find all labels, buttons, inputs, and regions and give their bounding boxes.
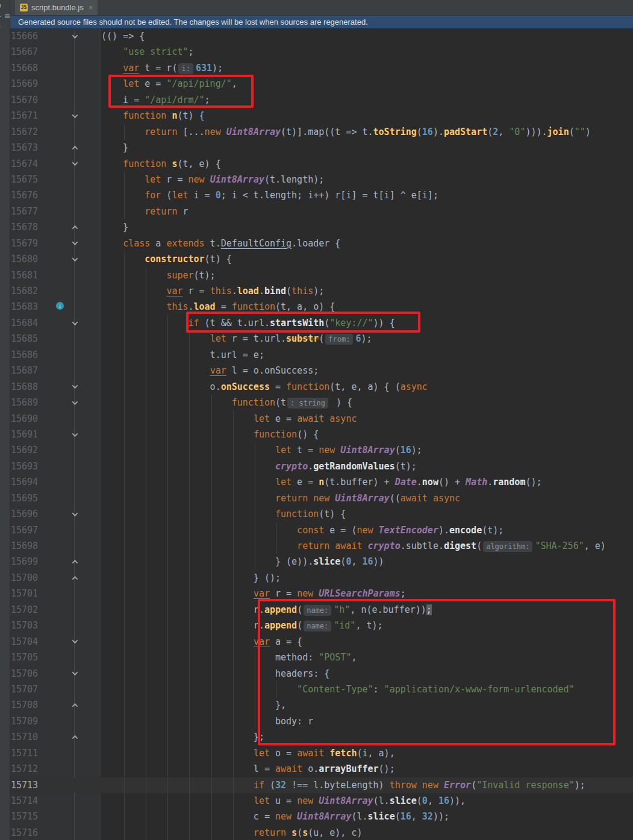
fold-end-icon[interactable] (70, 697, 80, 713)
code-line[interactable]: 15699 } (e)).slice(0, 16)) (10, 554, 633, 569)
line-number[interactable]: 15674 (11, 156, 39, 172)
line-number[interactable]: 15703 (11, 618, 39, 633)
line-number[interactable]: 15679 (11, 236, 39, 251)
line-number[interactable]: 15709 (11, 713, 39, 729)
tab-close-icon[interactable]: × (89, 4, 93, 11)
fold-end-icon[interactable] (70, 729, 80, 745)
line-number[interactable]: 15713 (11, 777, 39, 793)
code-line[interactable]: 15678 } (10, 219, 633, 235)
fold-end-icon[interactable] (70, 570, 80, 586)
line-number[interactable]: 15667 (11, 44, 39, 60)
line-number[interactable]: 15673 (11, 140, 39, 155)
fold-start-icon[interactable] (70, 427, 80, 442)
code-line[interactable]: 15698 return await crypto.subtle.digest(… (10, 538, 633, 554)
line-number[interactable]: 15715 (11, 809, 39, 824)
code-line[interactable]: 15710 }; (10, 729, 633, 745)
code-line[interactable]: 15709 body: r (10, 713, 633, 729)
fold-end-icon[interactable] (70, 140, 80, 155)
code-line[interactable]: 15671 function n(t) { (10, 108, 633, 124)
code-line[interactable]: 15673 } (10, 140, 633, 155)
line-number[interactable]: 15694 (11, 474, 39, 490)
line-number[interactable]: 15669 (11, 76, 39, 92)
code-line[interactable]: 15691 function() { (10, 427, 633, 442)
code-line[interactable]: 15707 "Content-Type": "application/x-www… (10, 682, 633, 697)
line-number[interactable]: 15712 (11, 761, 39, 777)
code-line[interactable]: 15711 let o = await fetch(i, a), (10, 745, 633, 761)
line-number[interactable]: 15675 (11, 172, 39, 187)
line-number[interactable]: 15677 (11, 204, 39, 219)
line-number[interactable]: 15707 (11, 682, 39, 697)
line-number[interactable]: 15670 (11, 92, 39, 108)
line-number[interactable]: 15689 (11, 395, 39, 410)
code-line[interactable]: 15672 return [...new Uint8Array(t)].map(… (10, 124, 633, 140)
line-number[interactable]: 15716 (11, 825, 39, 840)
code-line[interactable]: 15674 function s(t, e) { (10, 156, 633, 172)
project-tool-window-button[interactable]: ▤ Project (0, 0, 10, 28)
line-number[interactable]: 15701 (11, 586, 39, 601)
line-number[interactable]: 15683 (11, 299, 39, 315)
code-line[interactable]: 15668 var t = r(i:631); (10, 60, 633, 76)
line-number[interactable]: 15699 (11, 554, 39, 569)
line-number[interactable]: 15692 (11, 442, 39, 458)
tab-script-bundle-js[interactable]: JS script.bundle.js × (15, 0, 98, 15)
code-line[interactable]: 15690 let e = await async (10, 411, 633, 427)
code-line[interactable]: 15715 c = new Uint8Array(l.slice(16, 32)… (10, 809, 633, 824)
fold-start-icon[interactable] (70, 251, 80, 267)
fold-start-icon[interactable] (70, 379, 80, 395)
line-number[interactable]: 15678 (11, 219, 39, 235)
code-line[interactable]: 15701 var r = new URLSearchParams; (10, 586, 633, 601)
line-number[interactable]: 15672 (11, 124, 39, 140)
line-number[interactable]: 15676 (11, 187, 39, 203)
code-line[interactable]: 15679 class a extends t.DefaultConfig.lo… (10, 236, 633, 251)
code-line[interactable]: 15712 l = await o.arrayBuffer(); (10, 761, 633, 777)
fold-start-icon[interactable] (70, 506, 80, 522)
line-number[interactable]: 15706 (11, 666, 39, 682)
line-number[interactable]: 15690 (11, 411, 39, 427)
line-number[interactable]: 15700 (11, 570, 39, 586)
code-line[interactable]: 15666(() => { (10, 28, 633, 44)
code-editor[interactable]: 15666(() => {15667 "use strict";15668 va… (10, 28, 633, 840)
code-line[interactable]: 15676 for (let i = 0; i < t.length; i++)… (10, 187, 633, 203)
line-number[interactable]: 15686 (11, 347, 39, 363)
fold-start-icon[interactable] (70, 634, 80, 650)
line-number[interactable]: 15685 (11, 331, 39, 346)
line-number[interactable]: 15687 (11, 363, 39, 378)
line-number[interactable]: 15688 (11, 379, 39, 395)
fold-start-icon[interactable] (70, 395, 80, 410)
code-line[interactable]: 15685 let r = t.url.substr(from:6); (10, 331, 633, 346)
code-line[interactable]: 15681 super(t); (10, 268, 633, 283)
line-number[interactable]: 15710 (11, 729, 39, 745)
line-number[interactable]: 15695 (11, 491, 39, 506)
code-line[interactable]: 15704 var a = { (10, 634, 633, 650)
code-line[interactable]: 15703 r.append(name:"id", t); (10, 618, 633, 633)
line-number[interactable]: 15714 (11, 793, 39, 809)
line-number[interactable]: 15682 (11, 283, 39, 299)
code-line[interactable]: 15667 "use strict"; (10, 44, 633, 60)
line-number[interactable]: 15711 (11, 745, 39, 761)
fold-start-icon[interactable] (70, 156, 80, 172)
code-line[interactable]: 15705 method: "POST", (10, 650, 633, 665)
line-number[interactable]: 15693 (11, 459, 39, 474)
code-line[interactable]: 15706 headers: { (10, 666, 633, 682)
fold-end-icon[interactable] (70, 219, 80, 235)
code-line[interactable]: 15669 let e = "/api/ping/", (10, 76, 633, 92)
code-line[interactable]: 15700 } (); (10, 570, 633, 586)
line-number[interactable]: 15704 (11, 634, 39, 650)
code-line[interactable]: 15686 t.url = e; (10, 347, 633, 363)
gutter-override-icon[interactable]: ↓ (56, 302, 64, 310)
code-line[interactable]: 15708 }, (10, 697, 633, 713)
code-line[interactable]: 15694 let e = n(t.buffer) + Date.now() +… (10, 474, 633, 490)
code-line[interactable]: 15688 o.onSuccess = function(t, e, a) { … (10, 379, 633, 395)
code-line[interactable]: 15702 r.append(name:"h", n(e.buffer)); (10, 602, 633, 618)
code-line[interactable]: 15689 function(t: string ) { (10, 395, 633, 410)
line-number[interactable]: 15705 (11, 650, 39, 665)
code-line[interactable]: 15683 this.load = function(t, a, o) { (10, 299, 633, 315)
code-line[interactable]: 15713 if (32 !== l.byteLength) throw new… (10, 777, 633, 793)
code-line[interactable]: 15675 let r = new Uint8Array(t.length); (10, 172, 633, 187)
fold-start-icon[interactable] (70, 666, 80, 682)
line-number[interactable]: 15708 (11, 697, 39, 713)
code-line[interactable]: 15687 var l = o.onSuccess; (10, 363, 633, 378)
line-number[interactable]: 15698 (11, 538, 39, 554)
line-number[interactable]: 15666 (11, 28, 39, 44)
code-line[interactable]: 15692 let t = new Uint8Array(16); (10, 442, 633, 458)
